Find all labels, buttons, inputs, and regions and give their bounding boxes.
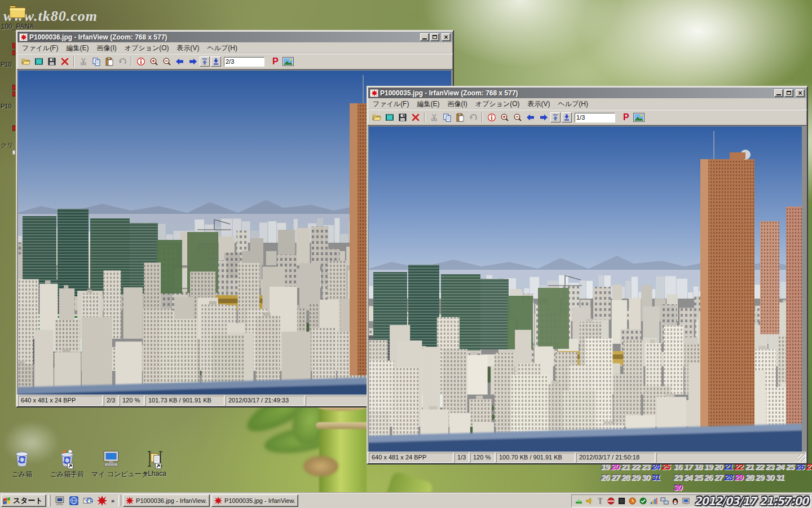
network-icon[interactable]: [660, 496, 669, 506]
desktop-icon-label-kuri[interactable]: クリ: [1, 141, 16, 150]
taskbar-grip[interactable]: [118, 495, 121, 506]
irfanview-window-p1000035[interactable]: P1000035.jpg - IrfanView (Zoom: 768 x 57…: [367, 86, 808, 465]
print-button[interactable]: P: [623, 112, 629, 122]
menu-item-0[interactable]: ファイル(F): [18, 43, 62, 54]
desktop-icon-recycle-bin-front[interactable]: ごみ箱手前: [47, 449, 87, 479]
signal-icon[interactable]: [649, 496, 659, 506]
maximize-button[interactable]: [430, 33, 439, 41]
print-button[interactable]: P: [272, 56, 279, 67]
zoom-in-icon[interactable]: [147, 55, 160, 68]
menu-item-2[interactable]: 画像(I): [443, 99, 471, 110]
title-bar[interactable]: P1000035.jpg - IrfanView (Zoom: 768 x 57…: [368, 87, 806, 98]
calendar-day: 29: [630, 473, 641, 482]
start-button[interactable]: スタート: [1, 494, 46, 507]
occluded-icon-fragment: [12, 150, 15, 155]
cut-icon[interactable]: [77, 55, 90, 68]
undo-icon[interactable]: [466, 111, 479, 124]
next-image-icon[interactable]: [537, 111, 550, 124]
menu-item-0[interactable]: ファイル(F): [369, 99, 413, 110]
slideshow-icon[interactable]: [383, 111, 396, 124]
zoom-out-icon[interactable]: [511, 111, 524, 124]
menu-item-5[interactable]: ヘルプ(H): [204, 43, 242, 54]
desktop-icon-label-p10-2[interactable]: P10: [1, 103, 16, 110]
menu-item-3[interactable]: オプション(O): [471, 99, 524, 110]
paste-icon[interactable]: [453, 111, 466, 124]
menu-item-4[interactable]: 表示(V): [524, 99, 554, 110]
overflow-chevron[interactable]: »: [110, 497, 116, 504]
window-title: P1000035.jpg - IrfanView (Zoom: 768 x 57…: [380, 89, 773, 97]
delete-icon[interactable]: [58, 55, 71, 68]
volume-icon[interactable]: [585, 496, 594, 506]
last-image-icon[interactable]: [562, 112, 572, 122]
menu-item-1[interactable]: 編集(E): [62, 43, 92, 54]
delete-icon[interactable]: [409, 111, 422, 124]
title-bar[interactable]: P1000036.jpg - IrfanView (Zoom: 768 x 57…: [17, 32, 452, 42]
undo-icon[interactable]: [116, 55, 129, 68]
calendar-day: 31: [775, 473, 785, 482]
slideshow-icon[interactable]: [32, 55, 45, 68]
thumbnails-icon[interactable]: [633, 111, 646, 124]
resize-grip[interactable]: [798, 454, 805, 462]
menu-item-5[interactable]: ヘルプ(H): [554, 99, 593, 110]
desktop-icon-label-p10-1[interactable]: P10: [1, 61, 16, 68]
last-image-icon[interactable]: [211, 56, 221, 67]
window-title: P1000036.jpg - IrfanView (Zoom: 768 x 57…: [29, 33, 418, 41]
desktop-icon-lhaca[interactable]: +Lhaca: [135, 449, 175, 478]
info-icon[interactable]: [134, 55, 147, 68]
first-image-icon[interactable]: [200, 56, 210, 67]
next-image-icon[interactable]: [186, 55, 199, 68]
copy-icon[interactable]: [440, 111, 453, 124]
save-icon[interactable]: [396, 111, 409, 124]
open-file-icon[interactable]: [370, 111, 383, 124]
ime-icon[interactable]: [595, 496, 605, 506]
desktop-icon-100pana[interactable]: 100_PANA: [0, 2, 37, 30]
toolbar: P: [368, 110, 807, 125]
page-number-input[interactable]: [575, 113, 615, 122]
safely-remove-icon[interactable]: [574, 496, 584, 506]
copy-icon[interactable]: [90, 55, 103, 68]
desktop-icon-my-computer[interactable]: マイ コンピュータ: [91, 449, 131, 479]
menu-item-3[interactable]: オプション(O): [121, 43, 173, 54]
status-field-4: 2012/03/17 / 21:49:33: [226, 396, 304, 406]
menu-item-4[interactable]: 表示(V): [173, 43, 204, 54]
image-canvas[interactable]: [368, 125, 807, 452]
paste-icon[interactable]: [103, 55, 116, 68]
first-image-icon[interactable]: [550, 112, 561, 122]
info-icon[interactable]: [485, 111, 498, 124]
desktop-icon-recycle-bin[interactable]: ごみ箱: [2, 449, 42, 479]
prev-image-icon[interactable]: [173, 55, 186, 68]
clock-app-icon[interactable]: [628, 496, 637, 506]
taskbar-clock[interactable]: 2012/03/17 21:57:00: [694, 494, 808, 507]
display-icon[interactable]: [617, 496, 626, 506]
minimize-button[interactable]: [774, 89, 783, 97]
calendar-day: 30: [641, 473, 651, 482]
zoom-out-icon[interactable]: [160, 55, 173, 68]
taskbar-grip[interactable]: [48, 495, 51, 506]
zoom-in-icon[interactable]: [498, 111, 511, 124]
status-field-1: 1/3: [454, 453, 469, 463]
menu-item-2[interactable]: 画像(I): [92, 43, 120, 54]
minimize-button[interactable]: [420, 33, 429, 41]
page-number-input[interactable]: [224, 57, 264, 67]
task-button-p1000036[interactable]: P1000036.jpg - IrfanView...: [123, 494, 210, 507]
quick-launch-mail-icon[interactable]: [82, 494, 94, 507]
close-button[interactable]: ×: [442, 33, 451, 41]
quick-launch-my-computer-icon[interactable]: [54, 494, 66, 507]
open-file-icon[interactable]: [19, 55, 32, 68]
task-button-p1000035[interactable]: P1000035.jpg - IrfanView...: [211, 494, 298, 507]
prev-image-icon[interactable]: [524, 111, 537, 124]
security-check-icon[interactable]: [638, 496, 648, 506]
pc-monitor-icon[interactable]: [681, 496, 691, 506]
qq-messenger-icon[interactable]: [670, 496, 680, 506]
cut-icon[interactable]: [427, 111, 440, 124]
maximize-button[interactable]: [784, 89, 793, 97]
thumbnails-icon[interactable]: [282, 55, 295, 68]
close-button[interactable]: ×: [796, 89, 805, 97]
photo-p1000035: [369, 126, 802, 452]
quick-launch-irfanview-icon[interactable]: [96, 494, 108, 507]
quick-launch-internet-browser-icon[interactable]: [68, 494, 80, 507]
menu-item-1[interactable]: 編集(E): [413, 99, 443, 110]
calendar-week-row: 28293031: [744, 472, 785, 483]
antivirus-ball-icon[interactable]: [606, 496, 616, 506]
save-icon[interactable]: [45, 55, 58, 68]
